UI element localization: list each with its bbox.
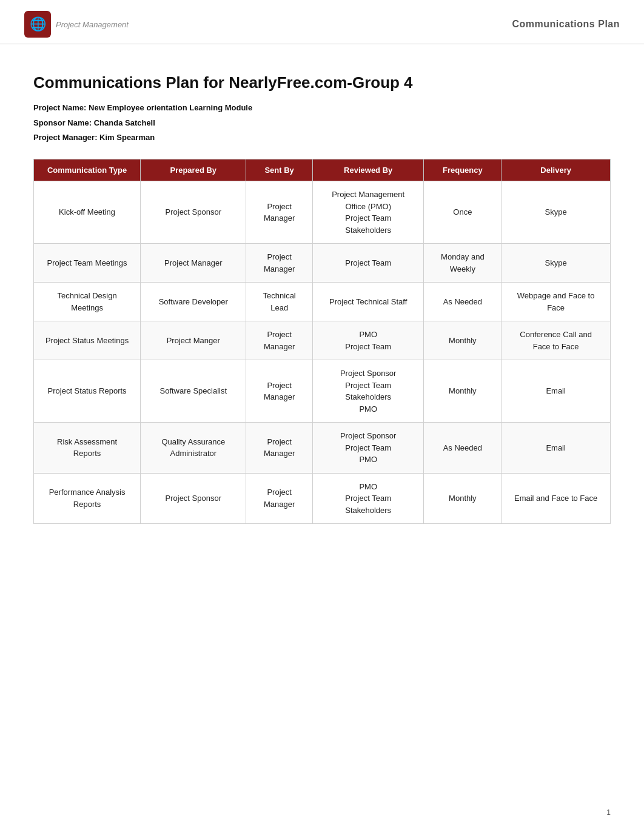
manager-label: Project Manager: [33, 133, 97, 142]
table-cell: Project Manager [246, 423, 312, 474]
meta-info: Project Name: New Employee orientation L… [33, 101, 611, 146]
table-cell: Project Team [312, 244, 424, 283]
table-cell: Monthly [424, 321, 501, 360]
table-cell: Performance Analysis Reports [34, 473, 141, 524]
col-header-frequency: Frequency [424, 159, 501, 181]
table-cell: Email [501, 423, 611, 474]
header: 🌐 Project Management Communications Plan [0, 0, 644, 44]
logo-text: Project Management [56, 20, 129, 29]
table-cell: As Needed [424, 283, 501, 321]
table-row: Performance Analysis ReportsProject Spon… [34, 473, 611, 524]
table-cell: Project Technical Staff [312, 283, 424, 321]
table-cell: Kick-off Meeting [34, 181, 141, 244]
sponsor-label: Sponsor Name: [33, 118, 92, 127]
table-cell: Conference Call and Face to Face [501, 321, 611, 360]
sponsor-value: Chanda Satchell [94, 118, 155, 127]
table-header-row: Communication Type Prepared By Sent By R… [34, 159, 611, 181]
table-cell: Skype [501, 181, 611, 244]
table-cell: Project Manager [246, 181, 312, 244]
table-cell: PMOProject Team [312, 321, 424, 360]
table-cell: Project Management Office (PMO)Project T… [312, 181, 424, 244]
table-cell: Project Team Meetings [34, 244, 141, 283]
table-cell: Skype [501, 244, 611, 283]
page-number: 1 [606, 808, 611, 817]
col-header-prepared: Prepared By [141, 159, 246, 181]
table-cell: Project Manager [246, 321, 312, 360]
table-row: Technical Design MeetingsSoftware Develo… [34, 283, 611, 321]
table-cell: Technical Design Meetings [34, 283, 141, 321]
table-cell: Project Manager [246, 473, 312, 524]
table-cell: Project SponsorProject TeamStakeholdersP… [312, 360, 424, 423]
sponsor-line: Sponsor Name: Chanda Satchell [33, 116, 611, 131]
communications-table: Communication Type Prepared By Sent By R… [33, 159, 611, 524]
table-cell: Monthly [424, 473, 501, 524]
table-cell: Project Manager [246, 244, 312, 283]
manager-value: Kim Spearman [99, 133, 155, 142]
table-row: Project Team MeetingsProject ManagerProj… [34, 244, 611, 283]
table-cell: Project Sponsor [141, 473, 246, 524]
table-cell: Project Status Reports [34, 360, 141, 423]
col-header-type: Communication Type [34, 159, 141, 181]
col-header-delivery: Delivery [501, 159, 611, 181]
project-name-line: Project Name: New Employee orientation L… [33, 101, 611, 116]
table-row: Project Status MeetingsProject MangerPro… [34, 321, 611, 360]
main-content: Communications Plan for NearlyFree.com-G… [0, 55, 644, 548]
col-header-reviewed: Reviewed By [312, 159, 424, 181]
table-row: Project Status ReportsSoftware Specialis… [34, 360, 611, 423]
page-title: Communications Plan for NearlyFree.com-G… [33, 73, 611, 92]
table-cell: Project Sponsor [141, 181, 246, 244]
project-name-label: Project Name: [33, 103, 86, 112]
table-cell: Project Status Meetings [34, 321, 141, 360]
table-cell: Technical Lead [246, 283, 312, 321]
table-row: Kick-off MeetingProject SponsorProject M… [34, 181, 611, 244]
table-cell: Webpage and Face to Face [501, 283, 611, 321]
table-row: Risk Assessment ReportsQuality Assurance… [34, 423, 611, 474]
table-cell: Risk Assessment Reports [34, 423, 141, 474]
table-cell: Software Specialist [141, 360, 246, 423]
header-divider [0, 44, 644, 44]
table-cell: PMOProject TeamStakeholders [312, 473, 424, 524]
table-cell: Email and Face to Face [501, 473, 611, 524]
table-cell: As Needed [424, 423, 501, 474]
table-cell: Project Manger [141, 321, 246, 360]
header-title: Communications Plan [512, 19, 620, 30]
table-cell: Email [501, 360, 611, 423]
table-cell: Project Manager [141, 244, 246, 283]
table-cell: Monday and Weekly [424, 244, 501, 283]
manager-line: Project Manager: Kim Spearman [33, 130, 611, 146]
col-header-sent: Sent By [246, 159, 312, 181]
table-cell: Monthly [424, 360, 501, 423]
table-cell: Project SponsorProject TeamPMO [312, 423, 424, 474]
table-cell: Software Developer [141, 283, 246, 321]
table-cell: Quality Assurance Administrator [141, 423, 246, 474]
logo-icon: 🌐 [24, 11, 51, 38]
table-cell: Once [424, 181, 501, 244]
project-name-value: New Employee orientation Learning Module [89, 103, 252, 112]
table-cell: Project Manager [246, 360, 312, 423]
logo-area: 🌐 Project Management [24, 11, 129, 38]
